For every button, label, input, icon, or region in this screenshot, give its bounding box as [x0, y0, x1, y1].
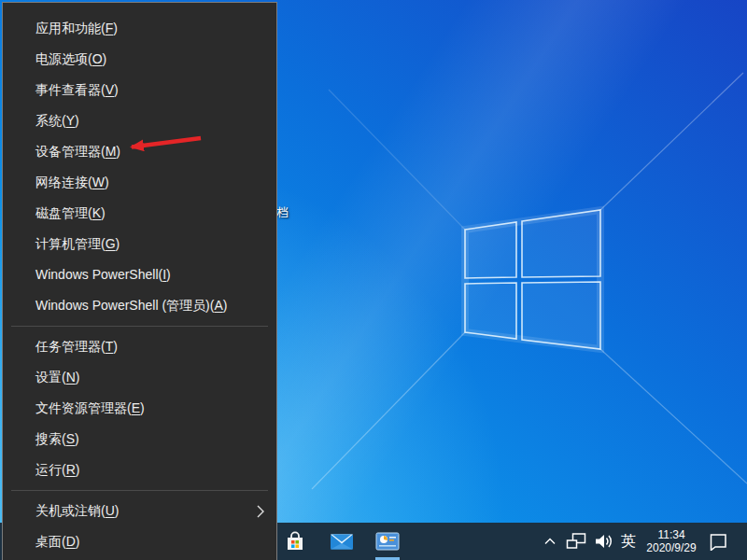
menu-item-label: 计算机管理(G) [35, 236, 120, 251]
clock-date: 2020/9/29 [646, 541, 696, 554]
windows-logo-panes [465, 210, 600, 349]
menu-item-label: 设置(N) [35, 370, 79, 385]
menu-item-label: 磁盘管理(K) [35, 205, 106, 220]
access-key: R [66, 462, 76, 477]
menu-item-search[interactable]: 搜索(S) [3, 424, 276, 455]
menu-item-shutdown-signout[interactable]: 关机或注销(U) [3, 496, 276, 526]
menu-item-label: Windows PowerShell (管理员)(A) [35, 298, 227, 313]
active-app-icon [375, 532, 400, 551]
access-key: T [106, 339, 114, 354]
system-tray: 英 11:34 2020/9/29 [538, 523, 734, 560]
menu-item-task-manager[interactable]: 任务管理器(T) [3, 331, 276, 362]
mail-icon [330, 532, 354, 551]
access-key: D [66, 534, 76, 549]
menu-item-computer-management[interactable]: 计算机管理(G) [3, 229, 276, 259]
menu-item-label: 设备管理器(M) [35, 144, 120, 159]
access-key: A [214, 298, 222, 313]
access-key: G [106, 236, 116, 251]
menu-item-label: 搜索(S) [35, 431, 79, 446]
menu-item-label: 运行(R) [35, 462, 79, 477]
tray-action-center[interactable] [702, 523, 734, 560]
menu-item-run[interactable]: 运行(R) [3, 455, 276, 485]
tray-clock[interactable]: 11:34 2020/9/29 [641, 523, 702, 560]
access-key: O [92, 51, 103, 66]
access-key: F [106, 21, 114, 35]
tray-volume[interactable] [590, 523, 616, 560]
menu-item-label: 任务管理器(T) [35, 339, 118, 354]
menu-item-disk-management[interactable]: 磁盘管理(K) [3, 198, 276, 229]
chevron-up-icon [544, 538, 556, 545]
menu-item-apps-features[interactable]: 应用和功能(F) [3, 13, 276, 44]
menu-item-power-options[interactable]: 电源选项(O) [3, 44, 276, 75]
winx-context-menu: 应用和功能(F) 电源选项(O) 事件查看器(V) 系统(Y) 设备管理器(M)… [2, 2, 277, 560]
ime-language-label: 英 [621, 532, 636, 552]
menu-item-file-explorer[interactable]: 文件资源管理器(E) [3, 393, 276, 424]
menu-item-windows-powershell-admin[interactable]: Windows PowerShell (管理员)(A) [3, 290, 276, 321]
menu-separator [11, 490, 268, 491]
access-key: U [106, 503, 115, 518]
taskbar-app-active-document[interactable] [365, 523, 410, 560]
annotation-arrow [115, 132, 208, 156]
taskbar-app-mail[interactable] [319, 523, 364, 560]
action-center-icon [708, 532, 728, 551]
network-icon [566, 533, 586, 550]
menu-item-label: 网络连接(W) [35, 175, 109, 189]
tray-network[interactable] [562, 523, 590, 560]
menu-item-label: 事件查看器(V) [35, 82, 119, 97]
tray-ime-indicator[interactable]: 英 [616, 523, 641, 560]
access-key: E [132, 400, 140, 415]
taskbar-app-store[interactable] [273, 523, 317, 560]
menu-item-windows-powershell[interactable]: Windows PowerShell(I) [3, 259, 276, 290]
menu-item-label: 文件资源管理器(E) [35, 400, 145, 415]
access-key: N [66, 370, 76, 385]
access-key: V [106, 82, 114, 97]
menu-item-event-viewer[interactable]: 事件查看器(V) [3, 75, 276, 105]
menu-item-label: 电源选项(O) [35, 51, 106, 66]
access-key: W [92, 175, 105, 189]
menu-item-label: 应用和功能(F) [35, 21, 118, 35]
menu-separator [11, 326, 268, 327]
menu-item-label: Windows PowerShell(I) [35, 267, 171, 282]
menu-item-label: 关机或注销(U) [35, 503, 119, 518]
menu-item-network-connections[interactable]: 网络连接(W) [3, 167, 276, 198]
access-key: S [66, 431, 75, 446]
clock-time: 11:34 [646, 528, 696, 541]
light-rays [312, 73, 747, 489]
chevron-right-icon [256, 504, 265, 519]
menu-item-label: 桌面(D) [35, 534, 79, 549]
microsoft-store-icon [284, 530, 306, 553]
menu-item-settings[interactable]: 设置(N) [3, 362, 276, 393]
tray-show-hidden-icons[interactable] [538, 523, 562, 560]
access-key: Y [66, 113, 75, 128]
access-key: K [92, 205, 101, 220]
volume-icon [594, 533, 613, 550]
menu-item-label: 系统(Y) [35, 113, 79, 128]
menu-item-desktop[interactable]: 桌面(D) [3, 526, 276, 557]
